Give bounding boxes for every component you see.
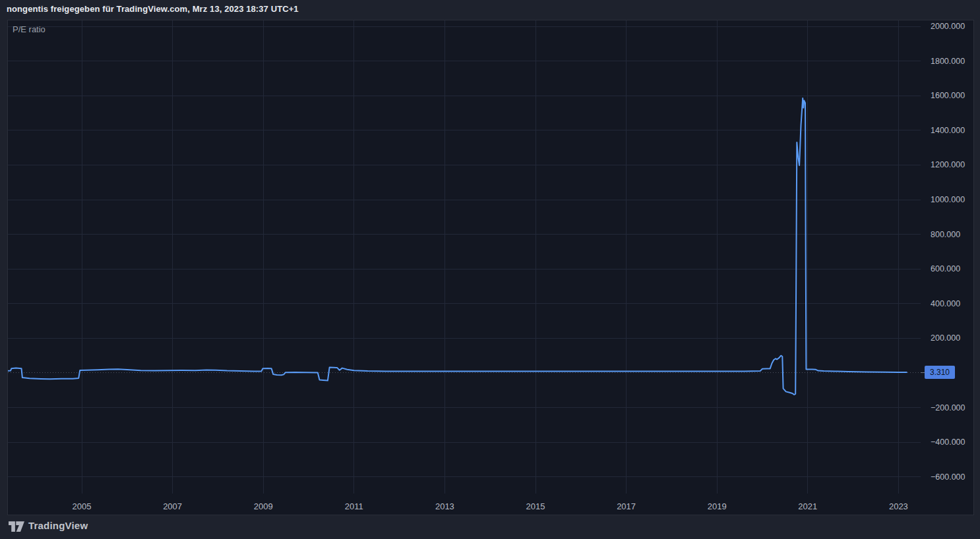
time-tick-label: 2021 <box>788 501 828 511</box>
price-tick-label: 1000.000 <box>931 194 965 205</box>
time-scale[interactable]: 2005200720092011201320152017201920212023 <box>8 494 924 515</box>
time-tick-label: 2005 <box>62 501 102 511</box>
price-tick-label: 400.000 <box>931 298 960 309</box>
price-tick-label: 1600.000 <box>931 90 965 101</box>
price-tick-label: 1800.000 <box>931 56 965 67</box>
time-tick-label: 2019 <box>697 501 737 511</box>
price-tick-label: 800.000 <box>931 229 960 240</box>
price-tick-label: 2000.000 <box>931 21 965 32</box>
chart-canvas[interactable] <box>8 20 973 515</box>
price-tick-label: 200.000 <box>931 333 960 343</box>
time-tick-label: 2023 <box>878 501 918 511</box>
time-tick-label: 2013 <box>425 501 464 511</box>
tradingview-snapshot: nongentis freigegeben für TradingView.co… <box>0 0 980 539</box>
time-tick-label: 2011 <box>334 501 374 511</box>
price-tick-label: −600.000 <box>931 472 965 482</box>
tradingview-logo-link[interactable]: TradingView <box>9 519 88 532</box>
tradingview-brand-text: TradingView <box>28 520 88 531</box>
time-tick-label: 2007 <box>153 501 193 511</box>
price-tick-label: 1400.000 <box>931 125 965 136</box>
chart-widget: P/E ratio 2000.0001800.0001600.0001400.0… <box>7 20 974 515</box>
price-scale[interactable]: 2000.0001800.0001600.0001400.0001200.000… <box>924 20 973 494</box>
price-tick-label: 600.000 <box>931 264 960 274</box>
time-tick-label: 2017 <box>607 501 646 511</box>
last-price-badge: 3.310 <box>925 366 955 379</box>
footer: TradingView <box>0 516 980 539</box>
time-tick-label: 2009 <box>243 501 283 511</box>
price-tick-label: 1200.000 <box>931 159 965 170</box>
price-tick-label: −400.000 <box>931 437 965 447</box>
attribution-text: nongentis freigegeben für TradingView.co… <box>7 4 299 14</box>
time-tick-label: 2015 <box>516 501 555 511</box>
price-tick-label: −200.000 <box>931 403 965 413</box>
tradingview-logo-icon <box>9 519 24 532</box>
pane-title: P/E ratio <box>13 24 46 34</box>
